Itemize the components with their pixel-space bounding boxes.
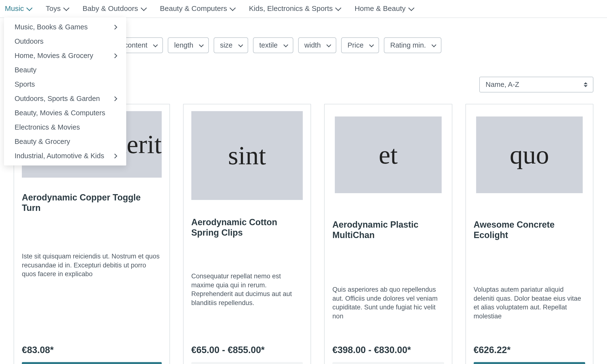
chevron-down-icon [199,42,204,47]
dropdown-item-outdoors-sports-garden[interactable]: Outdoors, Sports & Garden [4,91,126,106]
filter-rating-min[interactable]: Rating min. [384,37,441,53]
product-price: €83.08* [22,335,162,355]
chevron-down-icon [153,42,158,47]
image-placeholder-text: sint [228,141,266,171]
sort-select[interactable]: Name, A-Z [479,77,594,92]
nav-item-kids-electronics-sports[interactable]: Kids, Electronics & Sports [249,4,340,13]
dropdown-item-beauty[interactable]: Beauty [4,63,126,77]
product-card: quo Awesome Concrete Ecolight Voluptas a… [465,104,594,364]
add-to-cart-button[interactable]: Add to shopping cart [474,362,585,364]
nav-label: Beauty & Computers [160,4,227,13]
chevron-down-icon [432,42,436,47]
add-to-cart-button[interactable]: Add to shopping cart [22,362,162,364]
nav-label: Kids, Electronics & Sports [249,4,333,13]
product-price: €398.00 - €830.00* [332,335,444,355]
dropdown-item-home-movies-grocery[interactable]: Home, Movies & Grocery [4,49,126,63]
chevron-down-icon [63,5,69,11]
chevron-down-icon [408,5,414,11]
chevron-down-icon [283,42,288,47]
nav-item-beauty-computers[interactable]: Beauty & Computers [160,4,235,13]
product-image[interactable]: et [335,117,441,193]
product-title[interactable]: Aerodynamic Cotton Spring Clips [191,217,303,238]
chevron-down-icon [238,42,243,47]
filter-width[interactable]: width [298,37,337,53]
filter-content[interactable]: content [122,37,163,53]
dropdown-item-industrial-automotive-kids[interactable]: Industrial, Automotive & Kids [4,149,126,163]
chevron-down-icon [335,5,341,11]
main-nav: Music Toys Baby & Outdoors Beauty & Comp… [0,0,607,18]
product-price: €65.00 - €855.00* [191,335,303,355]
filter-length[interactable]: length [168,37,209,53]
dropdown-label: Outdoors, Sports & Garden [14,95,100,103]
chevron-down-icon [26,5,33,11]
dropdown-label: Beauty, Movies & Computers [14,109,105,117]
dropdown-label: Electronics & Movies [14,123,80,131]
filter-price[interactable]: Price [341,37,379,53]
dropdown-label: Music, Books & Games [14,23,88,31]
chevron-right-icon [112,96,117,101]
filter-label: size [220,41,233,49]
product-card: et Aerodynamic Plastic MultiChan Quis as… [324,104,452,364]
chevron-down-icon [230,5,236,11]
chevron-down-icon [369,42,374,47]
product-title[interactable]: Awesome Concrete Ecolight [474,219,585,240]
filter-label: length [174,41,193,49]
product-description: Voluptas autem pariatur aliquid deleniti… [474,275,585,321]
dropdown-label: Sports [14,80,35,88]
product-description: Iste sit quisquam reiciendis ut. Nostrum… [22,242,162,278]
nav-item-home-beauty[interactable]: Home & Beauty [355,4,413,13]
nav-item-music[interactable]: Music [5,4,31,13]
dropdown-item-outdoors[interactable]: Outdoors [4,34,126,49]
product-title[interactable]: Aerodynamic Plastic MultiChan [332,219,444,240]
product-title[interactable]: Aerodynamic Copper Toggle Turn [22,192,162,213]
product-image[interactable]: quo [476,117,583,193]
chevron-down-icon [326,42,331,47]
dropdown-item-sports[interactable]: Sports [4,77,126,91]
dropdown-item-beauty-movies-computers[interactable]: Beauty, Movies & Computers [4,106,126,120]
sort-caret-icon [584,82,588,87]
filter-label: Rating min. [390,41,426,49]
image-placeholder-text: quo [510,140,549,170]
chevron-right-icon [112,53,117,58]
dropdown-item-music-books-games[interactable]: Music, Books & Games [4,20,126,34]
nav-label: Baby & Outdoors [82,4,138,13]
dropdown-label: Home, Movies & Grocery [14,52,93,60]
filter-textile[interactable]: textile [253,37,293,53]
dropdown-label: Beauty [14,66,36,74]
filter-row: content length size textile width Price … [122,37,441,53]
filter-label: Price [347,41,363,49]
filter-label: textile [259,41,278,49]
product-image[interactable]: sint [191,111,303,200]
filter-label: content [124,41,147,49]
dropdown-label: Outdoors [14,37,43,45]
dropdown-label: Beauty & Grocery [14,138,70,146]
dropdown-item-electronics-movies[interactable]: Electronics & Movies [4,120,126,134]
sort-container: Name, A-Z [479,77,594,92]
product-description: Quis asperiores ab quo repellendus aut. … [332,275,444,321]
chevron-down-icon [141,5,147,11]
nav-label: Home & Beauty [355,4,406,13]
product-description: Consequatur repellat nemo est maxime qui… [191,262,303,307]
product-card: sint Aerodynamic Cotton Spring Clips Con… [183,104,311,364]
filter-size[interactable]: size [214,37,248,53]
filter-label: width [304,41,321,49]
image-placeholder-text: et [379,140,398,170]
nav-label: Toys [46,4,61,13]
nav-item-toys[interactable]: Toys [46,4,68,13]
nav-label: Music [5,4,24,13]
sort-selected: Name, A-Z [486,80,519,88]
details-button[interactable]: Details [332,362,444,364]
details-button[interactable]: Details [191,362,303,364]
nav-item-baby-outdoors[interactable]: Baby & Outdoors [82,4,145,13]
dropdown-label: Industrial, Automotive & Kids [14,152,104,160]
music-dropdown: Music, Books & Games Outdoors Home, Movi… [4,17,126,166]
chevron-right-icon [112,154,117,158]
product-price: €626.22* [474,335,585,355]
dropdown-item-beauty-grocery[interactable]: Beauty & Grocery [4,134,126,149]
chevron-right-icon [112,25,117,30]
